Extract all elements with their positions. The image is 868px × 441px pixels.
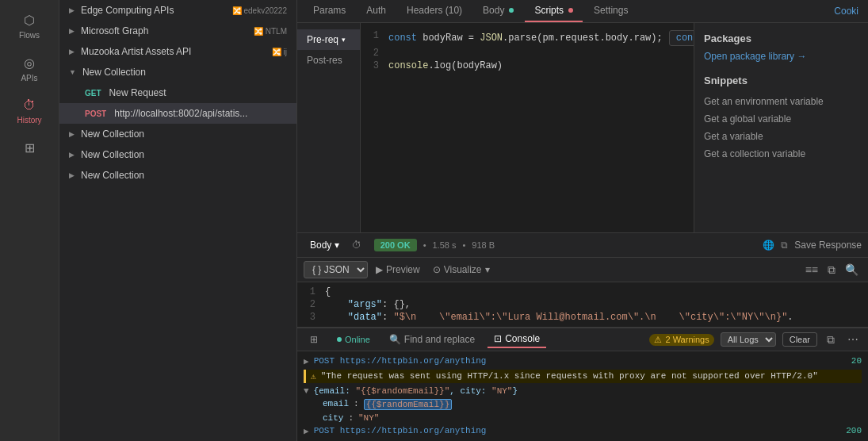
- logs-select[interactable]: All Logs: [721, 332, 776, 347]
- sidebar-item-history[interactable]: ⏱ History: [2, 92, 56, 131]
- console-content: ▶ POST https://httpbin.org/anything 20 ⚠…: [297, 351, 868, 441]
- tooltip-box: const bodyRaw: any: [669, 30, 694, 46]
- copy-icon[interactable]: ⧉: [781, 240, 788, 251]
- list-item[interactable]: ▶ Muzooka Artist Assets API 🔀 ij: [59, 41, 296, 62]
- tab-settings[interactable]: Settings: [584, 0, 637, 22]
- response-size: 918 B: [472, 240, 495, 250]
- warning-icon: ⚠: [654, 335, 662, 345]
- scripts-dot: [568, 8, 573, 13]
- chevron-right-icon: ▶: [69, 171, 75, 179]
- body-dot: [509, 8, 514, 13]
- snippet-item[interactable]: Get a variable: [704, 128, 858, 145]
- tab-scripts[interactable]: Scripts: [525, 0, 583, 22]
- list-item[interactable]: ▶ Edge Computing APIs 🔀 edekv20222: [59, 0, 296, 21]
- apis-icon: ◎: [24, 56, 35, 71]
- expand-arrow-icon: ▶: [304, 426, 309, 436]
- list-item[interactable]: GET New Request: [59, 82, 296, 103]
- online-tab[interactable]: Online: [331, 332, 377, 347]
- console-toolbar: ⊞ Online 🔍 Find and replace ⊡ Console: [297, 328, 868, 351]
- visualize-button[interactable]: ⊙ Visualize ▾: [428, 263, 495, 277]
- method-badge-get: GET: [82, 88, 105, 98]
- open-package-library-link[interactable]: Open package library →: [704, 51, 858, 62]
- list-item[interactable]: ▶ New Collection: [59, 144, 296, 165]
- post-res-tab[interactable]: Post-res: [297, 50, 360, 71]
- console-warning-line: ⚠ "The request was sent using HTTP/1.x s…: [304, 370, 862, 383]
- chevron-right-icon: ▶: [69, 48, 75, 56]
- snippet-item[interactable]: Get a collection variable: [704, 145, 858, 163]
- find-replace-tab[interactable]: 🔍 Find and replace: [383, 332, 481, 347]
- layout-icon: ⊞: [310, 334, 318, 345]
- list-item[interactable]: ▼ New Collection: [59, 62, 296, 82]
- more-options-icon[interactable]: ⋯: [844, 332, 862, 347]
- console-line: city : "NY": [304, 412, 862, 424]
- json-output: 1 { 2 "args": {}, 3 "data": "$\n \"email…: [297, 282, 868, 327]
- online-dot: [337, 337, 342, 342]
- visualize-icon: ⊙: [433, 264, 441, 275]
- pre-post-tabs: Pre-req ▾ Post-res: [297, 23, 361, 232]
- console-area: ⊞ Online 🔍 Find and replace ⊡ Console: [297, 327, 868, 441]
- console-icon: ⊡: [494, 333, 502, 344]
- search-response-icon[interactable]: 🔍: [842, 262, 862, 278]
- method-badge-post: POST: [82, 109, 109, 119]
- tab-bar: Params Auth Headers (10) Body Scripts Se…: [297, 0, 868, 23]
- code-editor[interactable]: 1 const bodyRaw = JSON.parse(pm.request.…: [361, 23, 694, 232]
- console-tab[interactable]: ⊡ Console: [488, 331, 546, 348]
- snippet-item[interactable]: Get an environment variable: [704, 93, 858, 110]
- tab-headers[interactable]: Headers (10): [397, 0, 472, 22]
- pre-req-tab[interactable]: Pre-req ▾: [297, 29, 360, 50]
- status-badge: 200 OK: [374, 239, 417, 251]
- scripts-area: Pre-req ▾ Post-res 1 const bodyRaw = JSO…: [297, 23, 868, 232]
- chevron-right-icon: ▶: [69, 6, 75, 14]
- sidebar: ⬡ Flows ◎ APIs ⏱ History ⊞: [0, 0, 59, 441]
- flows-icon: ⬡: [24, 13, 35, 28]
- sidebar-item-apis-label: APIs: [21, 74, 37, 82]
- main-content: Params Auth Headers (10) Body Scripts Se…: [297, 0, 868, 441]
- globe-icon: 🌐: [763, 240, 774, 251]
- chevron-right-icon: ▶: [69, 27, 75, 35]
- response-body-tab[interactable]: Body ▾: [304, 236, 346, 254]
- tab-params[interactable]: Params: [304, 0, 355, 22]
- code-line: 1 {: [297, 286, 868, 298]
- snippet-item[interactable]: Get a global variable: [704, 110, 858, 128]
- tab-body[interactable]: Body: [473, 0, 523, 22]
- code-line: 2 "args": {},: [297, 298, 868, 311]
- chevron-right-icon: ▶: [69, 151, 75, 159]
- collections-icon: ⊞: [25, 140, 35, 155]
- layout-tab[interactable]: ⊞: [304, 332, 324, 347]
- code-line: 3 console.log(bodyRaw): [361, 59, 694, 72]
- format-select[interactable]: { } JSON: [304, 261, 368, 278]
- warnings-badge: ⚠ 2 Warnings: [649, 334, 713, 346]
- sidebar-item-apis[interactable]: ◎ APIs: [2, 49, 56, 89]
- sidebar-item-flows-label: Flows: [19, 31, 40, 40]
- highlighted-value: {{$randomEmail}}: [364, 399, 453, 410]
- copy-console-icon[interactable]: ⧉: [824, 332, 838, 348]
- cookies-button[interactable]: Cooki: [831, 4, 862, 18]
- response-actions: 🌐 ⧉ Save Response: [763, 240, 862, 251]
- preview-button[interactable]: ▶ Preview: [371, 263, 425, 277]
- list-item[interactable]: ▶ Microsoft Graph 🔀 NTLM: [59, 21, 296, 41]
- chevron-right-icon: ▶: [69, 130, 75, 138]
- history-icon: ⏱: [23, 98, 36, 113]
- console-line: ▶ POST https://httpbin.org/anything 20: [304, 355, 862, 368]
- filter-icon[interactable]: ≡≡: [802, 262, 821, 278]
- format-toolbar: { } JSON ▶ Preview ⊙ Visualize ▾ ≡≡ ⧉ 🔍: [297, 258, 868, 282]
- list-item[interactable]: ▶ New Collection: [59, 165, 296, 186]
- sidebar-item-collections[interactable]: ⊞: [2, 134, 56, 162]
- console-line: ▼ {email: "{{$randomEmail}}", city: "NY"…: [304, 385, 862, 397]
- copy-response-icon[interactable]: ⧉: [824, 262, 839, 278]
- console-line: ▶ POST https://httpbin.org/anything 200: [304, 424, 862, 438]
- expand-arrow-icon[interactable]: ▼: [304, 386, 309, 396]
- sidebar-item-flows[interactable]: ⬡ Flows: [2, 6, 56, 46]
- sidebar-item-history-label: History: [17, 116, 41, 125]
- history-icon-response[interactable]: ⏱: [352, 240, 361, 251]
- code-line: 2: [361, 47, 694, 59]
- dropdown-arrow-icon: ▾: [342, 36, 346, 44]
- list-item[interactable]: ▶ New Collection: [59, 124, 296, 144]
- clear-button[interactable]: Clear: [782, 332, 817, 347]
- console-line: email : {{$randomEmail}}: [304, 397, 862, 412]
- tab-auth[interactable]: Auth: [357, 0, 396, 22]
- save-response-button[interactable]: Save Response: [794, 240, 862, 251]
- response-area: Body ▾ ⏱ 200 OK • 1.58 s • 918 B 🌐 ⧉ Sav…: [297, 232, 868, 327]
- collections-list: ▶ Edge Computing APIs 🔀 edekv20222 ▶ Mic…: [59, 0, 296, 441]
- list-item[interactable]: POST http://localhost:8002/api/statis...: [59, 103, 296, 124]
